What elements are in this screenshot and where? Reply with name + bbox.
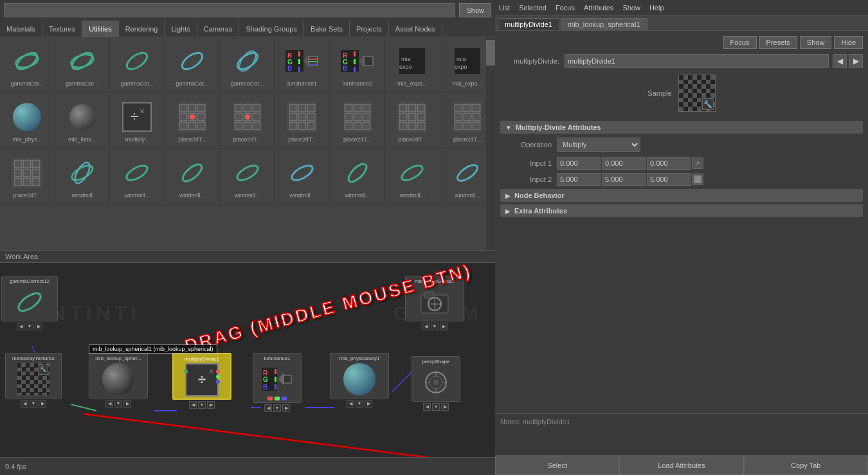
node-luminance2[interactable]: R G B luminance2: [330, 37, 385, 93]
input2-color-swatch[interactable]: [692, 174, 703, 185]
node-gammacor-5[interactable]: gammaCor...: [220, 37, 275, 93]
svg-rect-61: [289, 104, 297, 112]
attr-panel: Focus Presets Show Hide multiplyDivide: …: [495, 31, 868, 413]
ne-node-mia-physicalsky[interactable]: mia_physicalsky1 ◀ ▼ ▶: [330, 353, 389, 408]
svg-rect-78: [354, 122, 361, 130]
svg-rect-67: [289, 122, 297, 130]
tab-materials[interactable]: Materials: [0, 21, 42, 37]
node-label: gammaCor...: [11, 80, 44, 87]
node-gammacor-1[interactable]: gammaCor...: [0, 37, 55, 93]
load-attributes-button[interactable]: Load Attributes: [619, 456, 743, 475]
node-gammacor-4[interactable]: gammaCor...: [165, 37, 221, 93]
ne-node-mentalraytexture[interactable]: mentalrayTexture2 🔧 ◀ ▼ ▶: [5, 353, 62, 408]
tab-mib-lookup[interactable]: mib_lookup_spherical1: [561, 18, 647, 30]
tab-assetnodes[interactable]: Asset Nodes: [389, 21, 442, 37]
left-panel: Show Materials Textures Utilities Render…: [0, 0, 495, 475]
select-button[interactable]: Select: [495, 456, 619, 475]
svg-rect-94: [455, 113, 462, 121]
ne-node-mentalrayglobals[interactable]: mentalrayGlobals ◀ ▼ ▶: [405, 276, 464, 330]
node-multiply[interactable]: ÷ × multiply...: [110, 93, 165, 148]
input2-x[interactable]: [557, 173, 601, 186]
node-windmill-5[interactable]: windmill...: [275, 149, 330, 204]
svg-rect-104: [14, 169, 22, 177]
menu-list[interactable]: List: [499, 4, 510, 12]
node-windmill-2[interactable]: windmill...: [110, 149, 165, 204]
input1-expand-btn[interactable]: ↗: [692, 157, 703, 169]
menu-focus[interactable]: Focus: [556, 4, 575, 12]
svg-text:G: G: [263, 376, 268, 383]
svg-point-48: [190, 114, 195, 120]
svg-rect-133: [275, 377, 276, 382]
menu-attributes[interactable]: Attributes: [584, 4, 613, 12]
node-gammacor-3[interactable]: gammaCor...: [110, 37, 165, 93]
svg-text:expo: expo: [455, 64, 467, 70]
svg-rect-88: [408, 122, 416, 130]
ne-node-perspshape[interactable]: perspShape ◀ ▼ ▶: [411, 356, 460, 411]
node-place2d-5[interactable]: place2dT...: [385, 93, 440, 148]
node-mia-phys[interactable]: mia_phys...: [0, 93, 55, 148]
svg-rect-25: [354, 59, 356, 64]
hide-button[interactable]: Hide: [834, 36, 863, 49]
section-multiply-divide[interactable]: ▼ Multiply-Divide Attributes: [500, 121, 863, 134]
node-place2d-1[interactable]: place2dT...: [165, 93, 221, 148]
section-node-behavior[interactable]: ▶ Node Behavior: [500, 189, 863, 202]
input1-y[interactable]: [602, 157, 646, 170]
section-extra-attrs[interactable]: ▶ Extra Attributes: [500, 204, 863, 217]
input1-z[interactable]: [647, 157, 691, 170]
node-gammacor-2[interactable]: gammaCor...: [55, 37, 111, 93]
ne-node-luminance[interactable]: luminance1 R G B: [253, 353, 302, 412]
svg-text:mia: mia: [457, 56, 466, 62]
search-input[interactable]: [4, 3, 455, 17]
show-btn-right[interactable]: Show: [800, 36, 832, 49]
show-button[interactable]: Show: [459, 3, 491, 17]
node-place2d-4[interactable]: place2dT...: [330, 93, 385, 148]
tab-rendering[interactable]: Rendering: [119, 21, 165, 37]
tab-lights[interactable]: Lights: [165, 21, 197, 37]
node-mib-look[interactable]: mib_look...: [55, 93, 111, 148]
input2-z[interactable]: [647, 173, 691, 186]
menu-selected[interactable]: Selected: [519, 4, 547, 12]
nav-left-btn[interactable]: ◀: [833, 54, 847, 68]
node-luminance1[interactable]: R G B luminance1: [275, 37, 330, 93]
svg-point-116: [345, 161, 369, 185]
menu-show[interactable]: Show: [622, 4, 640, 12]
node-place2d-3[interactable]: place2dT...: [275, 93, 330, 148]
input2-y[interactable]: [602, 173, 646, 186]
tab-projects[interactable]: Projects: [350, 21, 389, 37]
svg-marker-135: [278, 373, 284, 386]
node-windmill-4[interactable]: windmill...: [220, 149, 275, 204]
tab-cameras[interactable]: Cameras: [197, 21, 240, 37]
svg-rect-64: [289, 113, 297, 121]
tab-bakesets[interactable]: Bake Sets: [304, 21, 350, 37]
input1-x[interactable]: [557, 157, 601, 170]
ne-node-gammacorrect[interactable]: gammaCorrect12 ◀ ▼ ▶: [1, 276, 58, 330]
sample-label: Sample: [647, 89, 671, 97]
ne-node-multiply[interactable]: multiplyDivide1 ÷ × ◀ ▼ ▶: [172, 353, 231, 409]
focus-button[interactable]: Focus: [723, 36, 757, 49]
tab-utilities[interactable]: Utilities: [82, 21, 118, 37]
presets-button[interactable]: Presets: [759, 36, 797, 49]
node-windmill-label-7: windmill...: [399, 192, 425, 199]
operation-select[interactable]: Multiply Divide Power: [557, 138, 640, 152]
ne-node-mib-lookup[interactable]: mib_lookup_spher... ◀ ▼ ▶: [89, 353, 148, 408]
notes-label: Notes: multiplyDivide1: [500, 418, 570, 426]
node-mia-expo-1[interactable]: miaexpo mia_expo...: [385, 37, 440, 93]
node-place2d-7[interactable]: place2dT...: [0, 149, 55, 204]
node-place2d-2[interactable]: place2dT...: [220, 93, 275, 148]
copy-tab-button[interactable]: Copy Tab: [744, 456, 868, 475]
tab-textures[interactable]: Textures: [42, 21, 83, 37]
svg-rect-108: [23, 178, 31, 186]
multiply-divide-input[interactable]: [565, 54, 829, 68]
svg-rect-87: [399, 122, 407, 130]
tab-multiply-divide[interactable]: multiplyDivide1: [498, 18, 559, 30]
nav-right-btn[interactable]: ▶: [849, 54, 863, 68]
svg-rect-107: [14, 178, 22, 186]
tab-shading[interactable]: Shading Groups: [239, 21, 304, 37]
menu-help[interactable]: Help: [649, 4, 664, 12]
node-windmill-3[interactable]: windmill...: [165, 149, 221, 204]
svg-rect-44: [197, 113, 205, 121]
node-windmill-6[interactable]: windmill...: [330, 149, 385, 204]
node-windmill-7[interactable]: windmill...: [385, 149, 440, 204]
node-windmill-1[interactable]: windmill: [55, 149, 111, 204]
svg-rect-52: [253, 104, 260, 112]
